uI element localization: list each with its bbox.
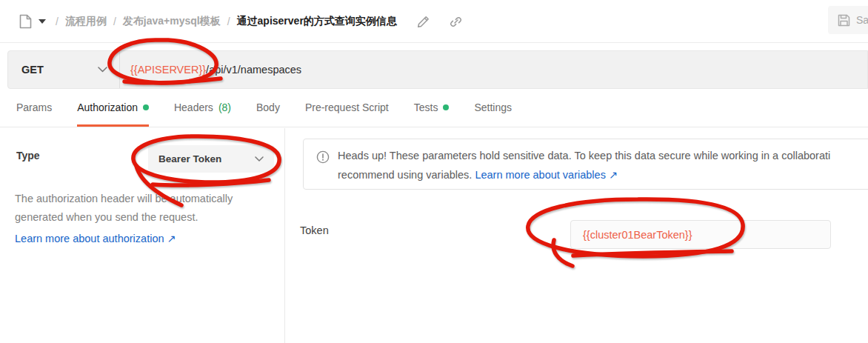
file-icon[interactable]: [19, 14, 32, 29]
breadcrumb-separator: /: [227, 16, 230, 27]
breadcrumb-item-folder[interactable]: 发布java+mysql模板: [123, 15, 221, 28]
breadcrumb-item-collection[interactable]: 流程用例: [65, 15, 107, 28]
alert-circle-icon: [316, 150, 330, 164]
token-input[interactable]: {{cluster01BearToken}}: [570, 220, 831, 249]
save-button[interactable]: Save: [828, 6, 868, 34]
panel-divider: [284, 128, 285, 343]
edit-pencil-icon[interactable]: [417, 16, 430, 28]
green-dot: [443, 104, 449, 110]
request-header: / 流程用例 / 发布java+mysql模板 / 通过apiserver的方式…: [0, 0, 868, 43]
save-button-label: Save: [856, 14, 868, 26]
url-input[interactable]: {{APISERVER}}/api/v1/namespaces: [120, 64, 867, 76]
link-icon[interactable]: [450, 16, 462, 28]
sensitive-data-warning-banner: Heads up! These parameters hold sensitiv…: [303, 139, 868, 190]
chevron-down-icon: [255, 156, 264, 161]
save-icon: [838, 14, 850, 27]
breadcrumb-separator: /: [113, 16, 116, 27]
postman-request-view: / 流程用例 / 发布java+mysql模板 / 通过apiserver的方式…: [0, 0, 868, 343]
auth-description: The authorization header will be automat…: [15, 190, 271, 227]
warning-line-2: recommend using variables. Learn more ab…: [338, 165, 830, 184]
url-bar: GET {{APISERVER}}/api/v1/namespaces: [7, 50, 868, 89]
warning-line-1: Heads up! These parameters hold sensitiv…: [338, 146, 830, 165]
url-path: /api/v1/namespaces: [206, 64, 301, 76]
chevron-down-icon: [98, 67, 107, 73]
caret-down-icon[interactable]: [39, 19, 46, 24]
learn-more-authorization-link[interactable]: Learn more about authorization ↗: [15, 230, 176, 247]
method-select[interactable]: GET: [8, 51, 119, 88]
url-variable: {{APISERVER}}: [130, 64, 206, 76]
tab-authorization[interactable]: Authorization: [77, 89, 149, 127]
headers-count: (8): [218, 101, 231, 113]
token-label: Token: [300, 224, 329, 236]
breadcrumb: / 流程用例 / 发布java+mysql模板 / 通过apiserver的方式…: [19, 0, 462, 43]
tab-tests[interactable]: Tests: [414, 89, 450, 127]
warning-text: Heads up! These parameters hold sensitiv…: [338, 146, 830, 184]
breadcrumb-separator: /: [56, 16, 59, 27]
method-label: GET: [21, 64, 44, 76]
auth-type-value: Bearer Token: [158, 153, 221, 164]
token-value: {{cluster01BearToken}}: [583, 229, 692, 241]
request-title: 通过apiserver的方式查询实例信息: [237, 15, 397, 28]
auth-description-block: The authorization header will be automat…: [15, 190, 271, 247]
tab-params[interactable]: Params: [16, 89, 52, 127]
auth-type-label: Type: [16, 150, 40, 161]
auth-type-dropdown[interactable]: Bearer Token: [148, 145, 274, 173]
request-tabs: Params Authorization Headers(8) Body Pre…: [0, 89, 868, 127]
green-dot: [143, 104, 149, 110]
tab-body[interactable]: Body: [256, 89, 280, 127]
learn-more-variables-link[interactable]: Learn more about variables ↗: [475, 169, 618, 181]
tab-headers[interactable]: Headers(8): [174, 89, 231, 127]
tab-pre-request-script[interactable]: Pre-request Script: [305, 89, 389, 127]
tab-settings[interactable]: Settings: [474, 89, 512, 127]
